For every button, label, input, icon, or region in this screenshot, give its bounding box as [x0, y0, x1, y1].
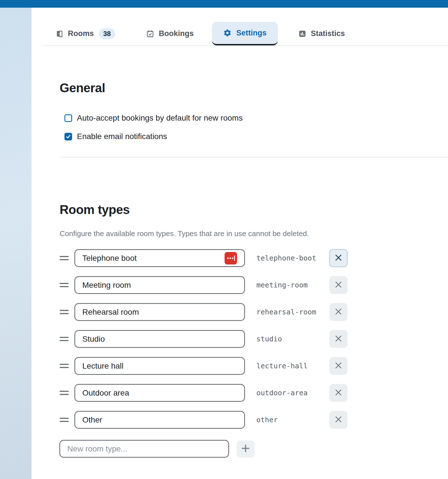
- new-room-type-row: [59, 440, 448, 458]
- room-types-heading: Room types: [60, 157, 448, 217]
- tab-settings[interactable]: Settings: [212, 22, 278, 45]
- delete-room-type-button[interactable]: [329, 357, 347, 375]
- tab-statistics-label: Statistics: [311, 29, 345, 38]
- general-checkbox-list: Auto-accept bookings by default for new …: [32, 113, 448, 142]
- close-icon: [334, 253, 343, 263]
- left-gutter: [0, 8, 32, 479]
- room-types-description: Configure the available room types. Type…: [60, 229, 448, 238]
- room-type-slug: outdoor-area: [256, 389, 329, 397]
- close-icon: [334, 361, 343, 371]
- room-type-name-input[interactable]: [74, 303, 245, 321]
- room-type-name-wrap: [74, 384, 245, 402]
- drag-handle-icon[interactable]: [60, 418, 69, 422]
- room-type-name-input[interactable]: [74, 357, 245, 375]
- drag-handle-icon[interactable]: [60, 337, 69, 341]
- door-icon: [55, 30, 63, 38]
- room-type-name-wrap: [74, 276, 245, 294]
- tab-settings-label: Settings: [236, 29, 267, 37]
- room-type-row: telephone-boot: [60, 249, 448, 267]
- content-panel: Rooms 38 Bookings Settings: [32, 8, 448, 479]
- room-type-name-input[interactable]: [74, 330, 245, 348]
- room-type-name-input[interactable]: [74, 249, 245, 267]
- checkbox-label: Enable email notifications: [77, 132, 167, 141]
- room-type-row: other: [60, 411, 448, 429]
- room-type-name-input[interactable]: [74, 276, 245, 294]
- close-icon: [334, 388, 343, 398]
- room-type-slug: studio: [256, 335, 329, 343]
- checkbox-row: Enable email notifications: [64, 131, 448, 142]
- close-icon: [334, 415, 343, 425]
- new-room-type-input[interactable]: [59, 440, 229, 458]
- drag-handle-icon[interactable]: [60, 256, 69, 260]
- room-type-slug: lecture-hall: [256, 362, 329, 370]
- bar-chart-icon: [298, 30, 306, 38]
- tab-bookings-label: Bookings: [159, 29, 194, 38]
- tab-rooms[interactable]: Rooms 38: [55, 28, 115, 39]
- calendar-check-icon: [146, 30, 154, 38]
- drag-handle-icon[interactable]: [60, 364, 69, 368]
- checkbox[interactable]: [64, 133, 72, 140]
- delete-room-type-button[interactable]: [329, 330, 347, 348]
- delete-room-type-button[interactable]: [329, 249, 347, 267]
- password-manager-icon[interactable]: [225, 252, 237, 264]
- room-type-name-input[interactable]: [74, 411, 245, 429]
- close-icon: [334, 334, 343, 344]
- room-type-slug: rehearsal-room: [256, 308, 329, 316]
- checkbox-row: Auto-accept bookings by default for new …: [64, 113, 448, 123]
- top-accent-bar: [0, 0, 448, 8]
- close-icon: [334, 280, 343, 290]
- close-icon: [334, 307, 343, 317]
- room-type-row: meeting-room: [60, 276, 448, 294]
- room-type-slug: other: [256, 416, 329, 424]
- room-type-name-wrap: [74, 330, 245, 348]
- tab-bookings[interactable]: Bookings: [146, 29, 194, 38]
- delete-room-type-button[interactable]: [329, 276, 347, 294]
- general-section: General Auto-accept bookings by default …: [32, 46, 448, 142]
- rooms-count-badge: 38: [99, 28, 115, 39]
- room-type-name-wrap: [74, 249, 245, 267]
- room-type-name-wrap: [74, 357, 245, 375]
- room-type-slug: meeting-room: [256, 281, 329, 289]
- room-type-list: telephone-boot meeting-room: [32, 249, 448, 429]
- general-heading: General: [60, 46, 448, 95]
- room-type-row: studio: [60, 330, 448, 348]
- delete-room-type-button[interactable]: [329, 411, 347, 429]
- delete-room-type-button[interactable]: [329, 384, 347, 402]
- checkbox[interactable]: [64, 114, 72, 122]
- room-type-name-wrap: [74, 411, 245, 429]
- drag-handle-icon[interactable]: [60, 391, 69, 395]
- add-room-type-button[interactable]: [236, 440, 255, 457]
- plus-icon: [241, 444, 250, 454]
- check-icon: [66, 134, 71, 139]
- checkbox-label: Auto-accept bookings by default for new …: [77, 114, 243, 123]
- tab-rooms-label: Rooms: [68, 29, 94, 38]
- room-type-slug: telephone-boot: [256, 254, 329, 262]
- delete-room-type-button[interactable]: [329, 303, 347, 321]
- room-type-name-input[interactable]: [74, 384, 245, 402]
- drag-handle-icon[interactable]: [60, 283, 69, 287]
- gear-icon: [223, 29, 232, 37]
- tab-statistics[interactable]: Statistics: [298, 29, 345, 38]
- room-type-name-wrap: [74, 303, 245, 321]
- room-types-section: Room types Configure the available room …: [32, 157, 448, 458]
- room-type-row: rehearsal-room: [60, 303, 448, 321]
- room-type-row: outdoor-area: [60, 384, 448, 402]
- drag-handle-icon[interactable]: [60, 310, 69, 314]
- room-type-row: lecture-hall: [60, 357, 448, 375]
- tab-bar: Rooms 38 Bookings Settings: [55, 8, 448, 45]
